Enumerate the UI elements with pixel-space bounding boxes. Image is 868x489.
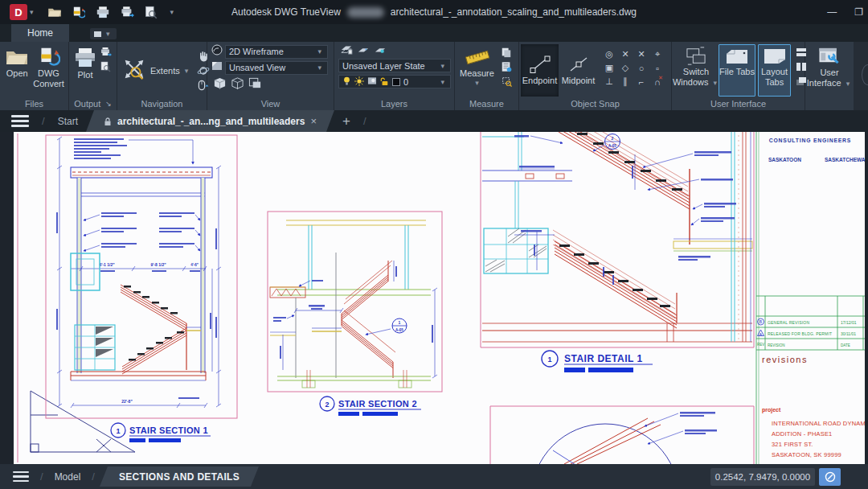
layer-freeze-icon[interactable]: * [357,43,370,58]
extents-label: Extents [150,66,180,76]
view-state-caret-icon: ▾ [317,64,321,72]
rev-b-desc: GENERAL REVISION [768,320,809,325]
open-icon[interactable] [47,5,62,19]
layer-state-select[interactable]: Unsaved Layer State ▾ [338,59,451,72]
doc-title-text: architectural_-_annotation_scaling_and_m… [391,6,637,18]
osnap-off-magnet-icon[interactable]: ∩✕ [654,77,661,87]
osnap-intersection-icon[interactable]: ✕ [621,49,628,60]
osnap-grid: ◎ ✕ ✕ ⌖ ▣ ◇ ○ ▫ ⊥ ∥ ⌐ ∩✕ [598,44,667,97]
tab-start[interactable]: Start [50,110,86,132]
panel-output: Plot Output↘ [69,42,117,110]
plot-preview-icon[interactable] [99,60,112,72]
layout-menu-icon[interactable] [13,471,29,483]
zoom-extents-icon[interactable] [121,56,147,85]
open-button[interactable]: Open [4,44,30,97]
circle-slash-icon [824,471,837,483]
midpoint-label: Midpoint [562,76,596,85]
osnap-quadrant-icon[interactable]: ◇ [622,63,628,73]
minimize-button[interactable]: — [827,6,837,18]
measure-button[interactable]: Measure ▾ [459,44,495,97]
dwg-convert-icon[interactable] [72,5,86,19]
cube-wireframe-icon[interactable] [231,76,244,93]
dim-text-1: 6'-1 1/2" [99,262,115,267]
annotation-monitor-button[interactable] [819,468,841,486]
view-manager-icon[interactable] [248,76,262,93]
dim-text-4: 22'-8" [121,399,133,404]
restore-button[interactable]: ❐ [854,6,863,18]
osnap-parallel-icon[interactable]: ∥ [623,76,628,87]
batch-plot-icon[interactable] [120,5,134,19]
panel-files: Open DWG Convert Files [0,42,69,110]
tab-separator-2: / [363,115,366,127]
visual-style-caret-icon: ▾ [317,47,321,55]
svg-text:*: * [365,47,367,54]
panel-view: 2D Wireframe ▾ Unsaved View ▾ [207,42,334,110]
dwg-convert-button[interactable]: DWG Convert [33,44,64,97]
dwg-convert-icon [38,47,60,68]
user-interface-caret-icon: ▾ [846,80,850,88]
osnap-perpendicular-icon[interactable]: ⊥ [605,76,613,87]
qat-dropdown-caret-icon[interactable]: ▾ [170,8,174,16]
file-tabs-toggle-button[interactable]: File Tabs [719,44,755,97]
zoom-extents-dropdown[interactable]: Extents ▾ [150,66,190,76]
tab-home[interactable]: Home [11,24,69,42]
detail-1-title: STAIR DETAIL 1 [564,353,643,364]
area-measure-icon[interactable] [500,75,513,87]
new-tab-button[interactable]: + [342,113,350,129]
layer-on-bulb-icon[interactable] [342,76,351,88]
osnap-midpoint-button[interactable]: Midpoint [559,44,597,97]
ribbon-edge-notch [862,64,868,85]
rev-header-rev: REV [757,343,764,347]
plot-icon[interactable] [96,5,110,19]
osnap-node-icon[interactable]: ▣ [605,63,613,73]
drawing-canvas[interactable]: 6'-1 1/2" 9'-8 1/2" 4'-6" [0,132,868,464]
app-menu-caret-icon[interactable]: ▾ [30,8,34,16]
layout-tabs-toggle-button[interactable]: Layout Tabs [758,44,791,97]
output-expander-icon[interactable]: ↘ [105,100,112,108]
visual-style-select[interactable]: 2D Wireframe ▾ [225,45,328,59]
view-state-value: Unsaved View [229,63,285,72]
detail-1-number: 1 [547,355,551,364]
osnap-extension-icon[interactable]: ⌐ [639,77,644,87]
rev-b-date: 17/12/01 [841,320,857,325]
ruler-icon [464,47,491,68]
plot-preview-icon[interactable] [144,5,158,19]
dim-text-2: 9'-8 1/2" [150,262,166,267]
layer-combo[interactable]: 0 ▾ [338,75,451,88]
layer-off-icon[interactable] [374,43,387,58]
layer-thaw-sun-icon[interactable] [354,76,364,88]
panel-navigation: Extents ▾ Navig [117,42,207,110]
cube-solid-icon[interactable] [213,76,227,93]
switch-windows-button[interactable]: Switch Windows ▾ [676,44,716,97]
section-2-number: 2 [325,401,329,409]
rev-a-symbol: A [760,332,762,336]
tab-layout-sections-and-details[interactable]: SECTIONS AND DETAILS [100,466,259,487]
tab-active-drawing[interactable]: architectural_-_an...ng_and_multileaders… [86,110,334,132]
layer-properties-icon[interactable] [340,43,353,58]
osnap-apparent-intersection-icon[interactable]: ✕ [637,49,645,60]
osnap-tangent-icon[interactable]: ○ [639,64,645,73]
view-state-select[interactable]: Unsaved View ▾ [225,61,328,75]
panel-layers-label: Layers [334,97,454,110]
revisions-title: revisions [762,355,808,364]
user-interface-button[interactable]: User Interface ▾ [807,44,852,97]
layer-color-swatch[interactable] [392,78,400,86]
osnap-nearest-icon[interactable]: ▫ [656,64,659,73]
ribbon-display-toggle[interactable]: ▾ [90,28,117,39]
named-view-icon [211,60,223,75]
osnap-center-icon[interactable]: ◎ [605,49,613,60]
section-1-number: 1 [116,427,120,435]
layer-vp-freeze-icon[interactable] [367,76,377,87]
osnap-insertion-icon[interactable]: ⌖ [655,49,660,60]
properties-list-icon[interactable] [500,60,513,72]
tab-model[interactable]: Model [48,471,88,483]
layer-unlock-icon[interactable] [380,76,389,88]
quick-properties-icon[interactable] [500,46,513,58]
file-tab-menu-icon[interactable] [11,115,29,127]
midpoint-icon [568,55,589,73]
plot-button[interactable]: Plot [73,44,97,97]
close-tab-icon[interactable]: × [310,115,317,127]
osnap-endpoint-button[interactable]: Endpoint [521,44,559,97]
app-logo[interactable]: D [10,4,27,20]
batch-plot-icon[interactable] [99,46,112,58]
